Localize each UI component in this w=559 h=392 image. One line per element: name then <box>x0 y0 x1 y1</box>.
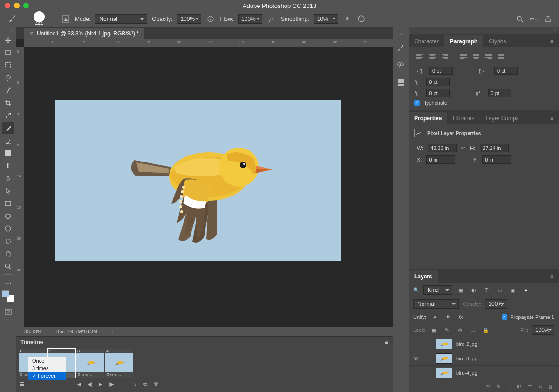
document-tab[interactable]: × Untitled1 @ 33.3% (bird-1.jpg, RGB/8#)… <box>24 28 144 39</box>
play-icon[interactable]: ▶ <box>99 381 102 387</box>
doc-info[interactable]: Doc: 19.5M/16.3M <box>55 329 97 334</box>
type-tool[interactable]: T <box>2 160 14 172</box>
tab-layer-comps[interactable]: Layer Comps <box>480 112 524 124</box>
loop-option-3times[interactable]: 3 times <box>28 365 66 372</box>
layer-item[interactable]: bird-4.jpg <box>409 365 559 380</box>
vertical-ruler[interactable]: 050510152025 <box>16 47 24 327</box>
tab-libraries[interactable]: Libraries <box>447 112 480 124</box>
tab-layers[interactable]: Layers <box>409 270 438 283</box>
quick-mask-icon[interactable] <box>2 305 14 318</box>
justify-all-icon[interactable] <box>496 52 507 61</box>
lock-all-icon[interactable]: 🔒 <box>481 325 491 335</box>
rectangle-tool[interactable] <box>2 197 14 210</box>
visibility-toggle-icon[interactable]: 👁 <box>412 355 420 362</box>
layer-style-icon[interactable]: fx <box>496 384 500 389</box>
brush-tool[interactable] <box>2 122 14 134</box>
color-panel-icon[interactable] <box>396 77 405 87</box>
lock-position-icon[interactable]: ✥ <box>455 325 464 335</box>
layer-item[interactable]: 👁bird-3.jpg <box>409 351 559 365</box>
unify-position-icon[interactable]: ✦ <box>430 312 439 322</box>
lock-transparency-icon[interactable]: ▦ <box>429 325 438 335</box>
indent-left-input[interactable]: 0 pt <box>429 67 453 75</box>
path-selection-tool[interactable] <box>2 185 14 197</box>
space-after-input[interactable]: 0 pt <box>488 89 511 97</box>
horizontal-ruler[interactable]: 05101520253035404550 <box>24 39 393 47</box>
ellipse-tool[interactable] <box>2 210 14 222</box>
panel-menu-icon[interactable]: ≡ <box>385 339 388 345</box>
indent-right-input[interactable]: 0 pt <box>494 67 518 75</box>
expand-panels-icon[interactable]: ‹‹ <box>399 32 402 36</box>
hyphenate-checkbox[interactable]: ✓Hyphenate <box>414 100 553 106</box>
panel-menu-icon[interactable]: ≡ <box>545 270 559 283</box>
filter-smart-icon[interactable]: ▣ <box>508 285 518 295</box>
width-input[interactable]: 48.33 in <box>428 144 457 152</box>
layer-item[interactable]: bird-2.jpg <box>409 337 559 351</box>
prev-frame-icon[interactable]: ◀| <box>87 381 92 387</box>
brush-panel-toggle-icon[interactable] <box>61 14 70 24</box>
duplicate-frame-icon[interactable]: ⧉ <box>143 381 147 387</box>
delete-layer-icon[interactable]: 🗑 <box>548 384 553 389</box>
eraser-tool[interactable] <box>2 135 14 147</box>
filter-adjustment-icon[interactable]: ◐ <box>469 285 478 295</box>
close-tab-icon[interactable]: × <box>30 30 33 37</box>
layer-opacity-input[interactable]: 100% <box>485 299 507 309</box>
lasso-tool[interactable] <box>2 72 14 84</box>
adjustment-layer-icon[interactable]: ◐ <box>517 383 521 389</box>
propagate-checkbox[interactable]: ✓Propagate Frame 1 <box>502 314 554 320</box>
tab-character[interactable]: Character <box>409 35 444 47</box>
unify-visibility-icon[interactable]: 👁 <box>443 312 452 322</box>
align-center-icon[interactable] <box>427 52 438 61</box>
eyedropper-tool[interactable] <box>2 109 14 122</box>
blend-mode-select[interactable]: Normal <box>413 299 459 309</box>
marquee-tool[interactable] <box>2 59 14 71</box>
canvas[interactable] <box>24 47 393 327</box>
airbrush-icon[interactable] <box>267 14 276 24</box>
unify-style-icon[interactable]: fx <box>456 312 465 322</box>
loop-option-forever[interactable]: Forever <box>28 372 66 380</box>
blend-mode-select[interactable]: Normal <box>95 14 147 24</box>
flow-input[interactable]: 100% <box>238 14 262 24</box>
symmetry-icon[interactable] <box>357 14 366 24</box>
filter-shape-icon[interactable]: ▱ <box>495 285 504 295</box>
move-tool[interactable] <box>2 34 14 46</box>
fill-input[interactable]: 100% <box>532 325 554 335</box>
x-input[interactable]: 0 in <box>426 155 455 164</box>
tab-paragraph[interactable]: Paragraph <box>444 35 483 47</box>
maximize-window-button[interactable] <box>23 3 29 8</box>
opacity-input[interactable]: 100% <box>177 14 201 24</box>
lock-artboard-icon[interactable]: ▭ <box>468 325 477 335</box>
zoom-level[interactable]: 33.33% <box>24 329 41 334</box>
polygon-tool[interactable] <box>2 223 14 235</box>
convert-timeline-icon[interactable]: ☰ <box>20 381 24 387</box>
tab-properties[interactable]: Properties <box>409 112 447 124</box>
minimize-window-button[interactable] <box>14 3 20 8</box>
align-left-icon[interactable] <box>414 52 425 61</box>
tab-glyphs[interactable]: Glyphs <box>483 35 511 47</box>
magic-wand-tool[interactable] <box>2 84 14 96</box>
indent-first-input[interactable]: 0 pt <box>426 78 450 86</box>
share-icon[interactable] <box>543 14 552 24</box>
close-window-button[interactable] <box>5 3 10 8</box>
gradient-tool[interactable] <box>2 147 14 159</box>
lock-pixels-icon[interactable]: ✎ <box>442 325 451 335</box>
timeline-frame[interactable]: 30 sec.⌄ <box>76 349 104 378</box>
delete-frame-icon[interactable]: 🗑 <box>154 381 159 387</box>
justify-left-icon[interactable] <box>458 52 469 61</box>
crop-tool[interactable] <box>2 97 14 109</box>
timeline-frame[interactable]: 40 sec.⌄ <box>105 349 133 378</box>
hand-tool[interactable] <box>2 248 14 260</box>
brush-settings-icon[interactable] <box>396 44 405 53</box>
pen-tool[interactable] <box>2 172 14 184</box>
new-layer-icon[interactable]: ⧉ <box>539 383 542 389</box>
first-frame-icon[interactable]: |◀ <box>75 381 81 387</box>
loop-option-once[interactable]: Once <box>28 357 66 365</box>
edit-toolbar-icon[interactable]: ⋯ <box>2 277 14 289</box>
panel-menu-icon[interactable]: ≡ <box>545 112 559 124</box>
swatches-icon[interactable] <box>396 61 405 70</box>
new-group-icon[interactable]: 🗀 <box>527 384 532 389</box>
tool-preset-picker[interactable] <box>7 14 17 24</box>
layer-mask-icon[interactable]: ◻ <box>506 383 511 389</box>
next-frame-icon[interactable]: |▶ <box>109 381 114 387</box>
panel-menu-icon[interactable]: ≡ <box>545 35 559 47</box>
filter-toggle-icon[interactable]: ● <box>521 285 531 295</box>
